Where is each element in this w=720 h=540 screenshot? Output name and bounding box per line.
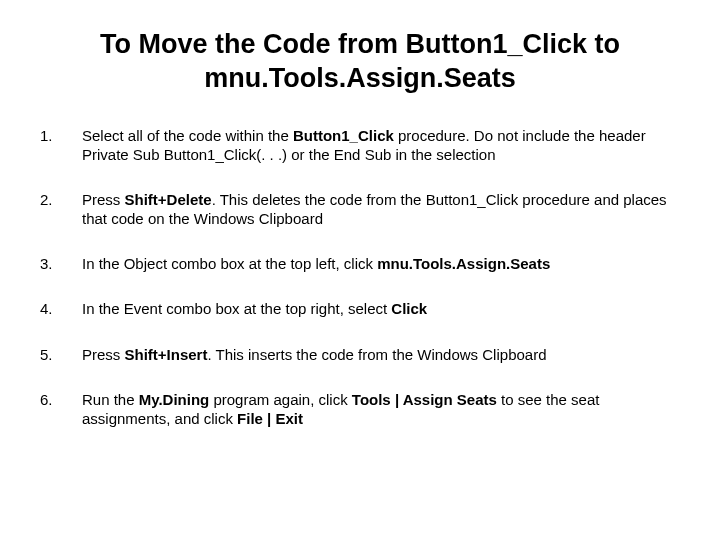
list-item: Run the My.Dining program again, click T… — [40, 390, 680, 428]
list-item: In the Event combo box at the top right,… — [40, 299, 680, 318]
list-item: Press Shift+Insert. This inserts the cod… — [40, 345, 680, 364]
list-item: Select all of the code within the Button… — [40, 126, 680, 164]
step-text: Run the My.Dining program again, click T… — [82, 391, 599, 427]
steps-list: Select all of the code within the Button… — [40, 126, 680, 429]
title-line-2: mnu.Tools.Assign.Seats — [204, 63, 516, 93]
title-line-1: To Move the Code from Button1_Click to — [100, 29, 620, 59]
step-text: In the Event combo box at the top right,… — [82, 300, 427, 317]
step-text: Select all of the code within the Button… — [82, 127, 646, 163]
slide-title: To Move the Code from Button1_Click to m… — [40, 28, 680, 96]
step-text: In the Object combo box at the top left,… — [82, 255, 550, 272]
list-item: In the Object combo box at the top left,… — [40, 254, 680, 273]
list-item: Press Shift+Delete. This deletes the cod… — [40, 190, 680, 228]
step-text: Press Shift+Insert. This inserts the cod… — [82, 346, 547, 363]
step-text: Press Shift+Delete. This deletes the cod… — [82, 191, 667, 227]
